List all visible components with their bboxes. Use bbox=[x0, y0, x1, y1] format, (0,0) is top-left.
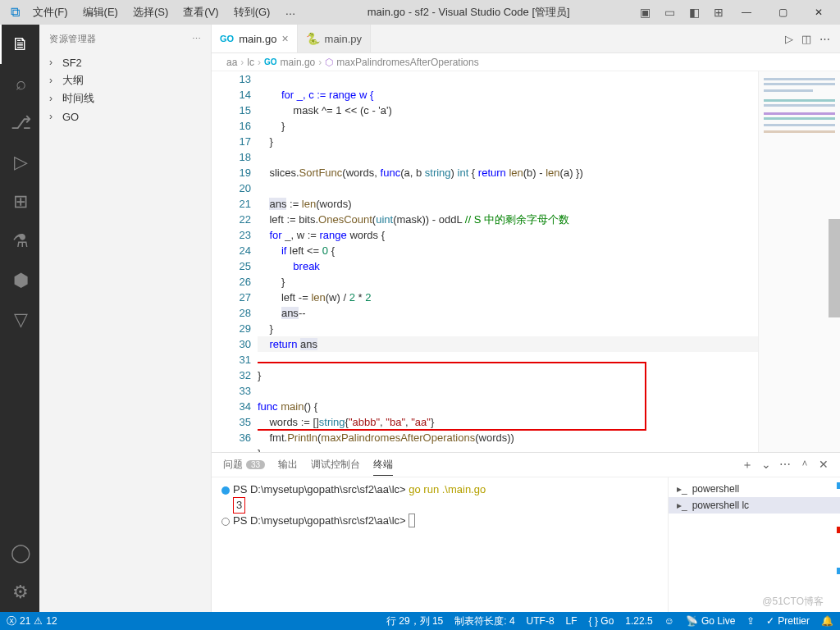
sidebar-title: 资源管理器 bbox=[49, 33, 97, 45]
menu-select[interactable]: 选择(S) bbox=[126, 2, 175, 23]
account-icon[interactable]: ◯ bbox=[0, 533, 39, 573]
symbol-icon: ⬡ bbox=[325, 57, 333, 68]
layout-toggle-icon[interactable]: ▣ bbox=[635, 2, 655, 22]
menu-bar: 文件(F) 编辑(E) 选择(S) 查看(V) 转到(G) … bbox=[26, 2, 302, 23]
main-area: 🗎 ⌕ ⎇ ▷ ⊞ ⚗ ⬢ ▽ ◯ ⚙ 资源管理器 ⋯ ›SF2 ›大纲 ›时间… bbox=[0, 25, 840, 612]
menu-file[interactable]: 文件(F) bbox=[26, 2, 75, 23]
panel-actions: ＋ ⌄ ⋯ ＾ ✕ bbox=[742, 458, 829, 472]
editor-tabs: GO main.go × 🐍 main.py ▷ ◫ ⋯ bbox=[212, 25, 840, 53]
status-language[interactable]: { } Go bbox=[589, 615, 614, 627]
maximize-panel-icon[interactable]: ＾ bbox=[799, 458, 810, 472]
status-share-icon[interactable]: ⇪ bbox=[746, 615, 755, 627]
customize-layout-icon[interactable]: ⊞ bbox=[709, 2, 728, 22]
go-file-icon: GO bbox=[264, 57, 277, 66]
go-file-icon: GO bbox=[220, 34, 234, 43]
terminal-item[interactable]: ▸_powershell lc bbox=[669, 497, 840, 514]
explorer-icon[interactable]: 🗎 bbox=[0, 25, 39, 64]
python-file-icon: 🐍 bbox=[306, 32, 320, 45]
tab-main-py[interactable]: 🐍 main.py bbox=[298, 25, 372, 52]
sidebar-more-icon[interactable]: ⋯ bbox=[192, 34, 202, 44]
editor-more-icon[interactable]: ⋯ bbox=[819, 33, 830, 45]
panel-more-icon[interactable]: ⋯ bbox=[779, 458, 791, 472]
status-tabsize[interactable]: 制表符长度: 4 bbox=[454, 614, 514, 628]
sidebar-header: 资源管理器 ⋯ bbox=[39, 25, 211, 53]
tab-main-go[interactable]: GO main.go × bbox=[212, 25, 298, 52]
menu-edit[interactable]: 编辑(E) bbox=[76, 2, 125, 23]
close-panel-icon[interactable]: ✕ bbox=[819, 458, 829, 472]
status-errors[interactable]: ⓧ21⚠12 bbox=[7, 614, 57, 628]
explorer-tree: ›SF2 ›大纲 ›时间线 ›GO bbox=[39, 53, 211, 132]
tree-timeline[interactable]: ›时间线 bbox=[46, 89, 211, 107]
source-control-icon[interactable]: ⎇ bbox=[0, 103, 39, 143]
chevron-right-icon: › bbox=[49, 93, 59, 104]
terminal-icon: ▸_ bbox=[677, 500, 687, 511]
panel-tab-debug[interactable]: 调试控制台 bbox=[311, 454, 360, 475]
terminal-icon: ▸_ bbox=[677, 483, 687, 495]
run-debug-icon[interactable]: ▷ bbox=[0, 143, 39, 182]
close-button[interactable]: ✕ bbox=[801, 0, 837, 25]
settings-icon[interactable]: ⚙ bbox=[0, 573, 39, 612]
sidebar-toggle-icon[interactable]: ◧ bbox=[684, 2, 704, 22]
sidebar: 资源管理器 ⋯ ›SF2 ›大纲 ›时间线 ›GO bbox=[39, 25, 212, 612]
terminal-dropdown-icon[interactable]: ⌄ bbox=[761, 458, 771, 472]
remote-icon[interactable]: ⬢ bbox=[0, 261, 39, 300]
maximize-button[interactable]: ▢ bbox=[765, 0, 801, 25]
warning-icon: ⚠ bbox=[34, 615, 43, 627]
status-line-col[interactable]: 行 29，列 15 bbox=[386, 614, 443, 628]
status-golive[interactable]: 📡Go Live bbox=[686, 615, 735, 627]
terminal-item[interactable]: ▸_powershell bbox=[669, 481, 840, 497]
testing-icon[interactable]: ⚗ bbox=[0, 221, 39, 261]
tree-outline[interactable]: ›大纲 bbox=[46, 71, 211, 89]
panel-tabs: 问题33 输出 调试控制台 终端 ＋ ⌄ ⋯ ＾ ✕ bbox=[212, 453, 840, 477]
menu-view[interactable]: 查看(V) bbox=[176, 2, 225, 23]
vscode-icon: ⧉ bbox=[3, 5, 26, 20]
minimize-button[interactable]: — bbox=[728, 0, 765, 25]
new-terminal-icon[interactable]: ＋ bbox=[742, 458, 753, 472]
check-icon: ✓ bbox=[766, 615, 774, 627]
broadcast-icon: 📡 bbox=[686, 615, 698, 627]
tree-folder-sf2[interactable]: ›SF2 bbox=[46, 53, 211, 71]
title-actions: ▣ ▭ ◧ ⊞ bbox=[635, 2, 728, 22]
window-controls: — ▢ ✕ bbox=[728, 0, 837, 25]
panel-tab-output[interactable]: 输出 bbox=[278, 454, 298, 475]
line-gutter: 1314151617181920212223242526272829303132… bbox=[212, 71, 258, 452]
run-icon[interactable]: ▷ bbox=[785, 33, 793, 45]
code-editor[interactable]: 1314151617181920212223242526272829303132… bbox=[212, 71, 840, 452]
activity-bar: 🗎 ⌕ ⎇ ▷ ⊞ ⚗ ⬢ ▽ ◯ ⚙ bbox=[0, 25, 39, 612]
scrollbar-thumb[interactable] bbox=[829, 219, 840, 317]
tree-go[interactable]: ›GO bbox=[46, 107, 211, 126]
output-highlight: 3 bbox=[233, 497, 245, 514]
minimap[interactable] bbox=[758, 71, 840, 452]
panel-tab-terminal[interactable]: 终端 bbox=[373, 454, 393, 476]
menu-goto[interactable]: 转到(G) bbox=[227, 2, 277, 23]
search-icon[interactable]: ⌕ bbox=[0, 64, 39, 103]
editor-actions: ▷ ◫ ⋯ bbox=[775, 25, 840, 52]
filter-icon[interactable]: ▽ bbox=[0, 300, 39, 340]
chevron-right-icon: › bbox=[49, 75, 59, 86]
panel-tab-problems[interactable]: 问题33 bbox=[223, 454, 265, 475]
window-title: main.go - sf2 - Visual Studio Code [管理员] bbox=[302, 5, 635, 20]
terminal-output[interactable]: PS D:\mysetup\gopath\src\sf2\aa\lc> go r… bbox=[212, 477, 668, 612]
split-editor-icon[interactable]: ◫ bbox=[801, 33, 811, 45]
tab-label: main.py bbox=[325, 33, 363, 45]
status-prettier[interactable]: ✓Prettier bbox=[766, 615, 810, 627]
status-encoding[interactable]: UTF-8 bbox=[527, 615, 555, 627]
code-content[interactable]: for _, c := range w { mask ^= 1 << (c - … bbox=[258, 71, 758, 452]
chevron-right-icon: › bbox=[49, 111, 59, 122]
status-bar: ⓧ21⚠12 行 29，列 15 制表符长度: 4 UTF-8 LF { } G… bbox=[0, 612, 840, 630]
menu-more[interactable]: … bbox=[278, 2, 302, 23]
status-eol[interactable]: LF bbox=[566, 615, 578, 627]
status-bell-icon[interactable]: 🔔 bbox=[821, 615, 833, 627]
tab-label: main.go bbox=[239, 33, 276, 45]
tab-close-icon[interactable]: × bbox=[281, 32, 288, 45]
chevron-right-icon: › bbox=[49, 57, 59, 68]
extensions-icon[interactable]: ⊞ bbox=[0, 182, 39, 221]
error-icon: ⓧ bbox=[7, 614, 16, 628]
status-go-version[interactable]: 1.22.5 bbox=[625, 615, 652, 627]
status-feedback-icon[interactable]: ☺ bbox=[664, 615, 674, 627]
breadcrumb[interactable]: aa› lc› GO main.go› ⬡ maxPalindromesAfte… bbox=[212, 53, 840, 71]
panel-toggle-icon[interactable]: ▭ bbox=[660, 2, 679, 22]
terminal-panel: 问题33 输出 调试控制台 终端 ＋ ⌄ ⋯ ＾ ✕ PS D:\mysetup… bbox=[212, 452, 840, 612]
terminal-list: ▸_powershell ▸_powershell lc bbox=[668, 477, 840, 612]
title-bar: ⧉ 文件(F) 编辑(E) 选择(S) 查看(V) 转到(G) … main.g… bbox=[0, 0, 840, 25]
